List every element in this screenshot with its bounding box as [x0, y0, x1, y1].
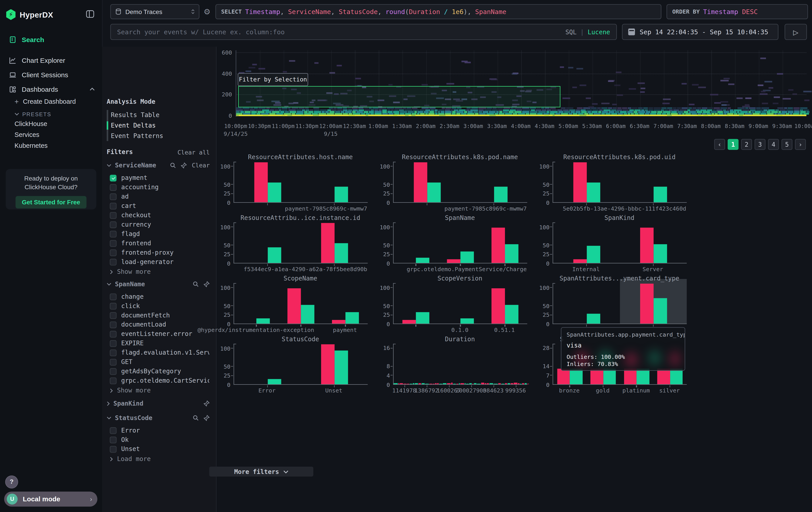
bar-outlier[interactable]: [624, 369, 637, 384]
checkbox-unchecked[interactable]: [110, 193, 117, 200]
filter-checkbox-item[interactable]: getAdsByCategory: [102, 367, 224, 376]
filter-checkbox-item[interactable]: click: [102, 301, 224, 311]
sql-toggle[interactable]: SQL: [566, 28, 577, 36]
sidebar-item-chart-explorer[interactable]: Chart Explorer: [0, 53, 102, 68]
checkbox-unchecked[interactable]: [110, 231, 117, 237]
bar-outlier[interactable]: [573, 162, 586, 202]
checkbox-unchecked[interactable]: [110, 446, 117, 452]
delta-chart-spanname[interactable]: SpanName10050250grpc.oteldemo.PaymentSer…: [374, 214, 530, 275]
filter-checkbox-item[interactable]: grpc.oteldemo.CartServic…: [102, 376, 224, 385]
bar-outlier[interactable]: [640, 284, 654, 323]
filter-checkbox-item[interactable]: checkout: [102, 211, 224, 220]
page-button-1[interactable]: 1: [728, 139, 738, 150]
more-filters-button[interactable]: More filters: [209, 466, 313, 476]
checkbox-unchecked[interactable]: [110, 330, 117, 337]
show-more-link[interactable]: Show more: [102, 268, 151, 276]
checkbox-checked[interactable]: [110, 174, 117, 181]
bar-inlier[interactable]: [653, 187, 667, 203]
bar-inlier[interactable]: [586, 246, 600, 263]
delta-chart-scopename[interactable]: ScopeName10050250@hyperdx/instrumentatio…: [215, 275, 371, 336]
local-mode-button[interactable]: U Local mode ›: [4, 491, 97, 507]
checkbox-unchecked[interactable]: [110, 212, 117, 219]
checkbox-unchecked[interactable]: [110, 340, 117, 347]
bar-outlier[interactable]: [590, 369, 603, 384]
bar-outlier[interactable]: [492, 289, 505, 323]
bar-inlier[interactable]: [267, 379, 281, 384]
filter-checkbox-item[interactable]: currency: [102, 220, 224, 229]
page-button-5[interactable]: 5: [782, 139, 792, 150]
checkbox-unchecked[interactable]: [110, 293, 117, 300]
checkbox-unchecked[interactable]: [110, 436, 117, 443]
sidebar-collapse-icon[interactable]: [85, 9, 95, 19]
create-dashboard-button[interactable]: +Create Dashboard: [0, 97, 102, 107]
bar-inlier[interactable]: [653, 298, 667, 324]
preset-clickhouse[interactable]: ClickHouse: [0, 119, 102, 129]
bar-inlier[interactable]: [653, 244, 667, 263]
bar-outlier[interactable]: [321, 223, 335, 263]
checkbox-unchecked[interactable]: [110, 302, 117, 309]
bar-outlier[interactable]: [321, 345, 335, 384]
page-next-button[interactable]: ›: [795, 139, 806, 150]
bar-outlier[interactable]: [288, 289, 301, 323]
bar-outlier[interactable]: [332, 320, 346, 323]
get-started-button[interactable]: Get Started for Free: [16, 196, 86, 208]
delta-chart-duration[interactable]: Duration16840114197813867921600267200027…: [374, 335, 530, 396]
checkbox-unchecked[interactable]: [110, 184, 117, 191]
search-input[interactable]: Search your events w/ Lucene ex. column:…: [110, 24, 617, 40]
search-icon[interactable]: [193, 415, 199, 421]
bar-inlier[interactable]: [416, 312, 429, 324]
bar-inlier[interactable]: [335, 187, 348, 203]
filter-group-header-servicename[interactable]: ServiceNameClear: [107, 162, 210, 169]
filter-checkbox-item[interactable]: accounting: [102, 183, 224, 192]
order-by-input[interactable]: ORDER BY Timestamp DESC: [667, 4, 808, 19]
bar-outlier[interactable]: [402, 320, 416, 323]
delta-chart-spankind[interactable]: SpanKind10050250InternalServer: [534, 214, 690, 275]
analysis-mode-results-table[interactable]: Results Table: [102, 110, 216, 120]
bar-inlier[interactable]: [670, 369, 683, 384]
preset-kubernetes[interactable]: Kubernetes: [0, 140, 102, 151]
sidebar-item-client-sessions[interactable]: Client Sessions: [0, 68, 102, 82]
sidebar-item-search[interactable]: Search: [0, 32, 102, 47]
bar-inlier[interactable]: [505, 305, 519, 323]
bar-inlier[interactable]: [461, 251, 474, 263]
app-logo[interactable]: ⚡ HyperDX: [6, 8, 53, 21]
bar-outlier[interactable]: [573, 259, 586, 263]
clear-all-link[interactable]: Clear all: [177, 149, 210, 156]
checkbox-unchecked[interactable]: [110, 359, 117, 365]
filter-checkbox-item[interactable]: Unset: [102, 444, 224, 454]
select-clause-input[interactable]: SELECT Timestamp, ServiceName, StatusCod…: [215, 4, 662, 19]
preset-services[interactable]: Services: [0, 130, 102, 140]
filter-checkbox-item[interactable]: change: [102, 292, 224, 301]
bar-inlier[interactable]: [586, 182, 600, 202]
run-query-button[interactable]: ▷: [785, 24, 807, 40]
filter-checkbox-item[interactable]: payment: [102, 173, 224, 183]
analysis-mode-event-patterns[interactable]: Event Patterns: [102, 131, 216, 141]
presets-header[interactable]: PRESETS: [0, 110, 102, 118]
checkbox-unchecked[interactable]: [110, 312, 117, 319]
clear-link[interactable]: Clear: [192, 162, 210, 169]
page-prev-button[interactable]: ‹: [714, 139, 725, 150]
checkbox-unchecked[interactable]: [110, 203, 117, 209]
checkbox-unchecked[interactable]: [110, 368, 117, 375]
bar-inlier[interactable]: [267, 182, 281, 202]
bar-inlier[interactable]: [461, 319, 474, 324]
delta-chart-spanattributes-yment-card-type[interactable]: SpanAttributes...yment.card_type10050250: [534, 275, 690, 336]
delta-chart-resourceattributes-k8s-pod-name[interactable]: ResourceAttributes.k8s.pod.name10050250p…: [374, 153, 530, 214]
page-button-4[interactable]: 4: [768, 139, 779, 150]
checkbox-unchecked[interactable]: [110, 377, 117, 384]
filter-checkbox-item[interactable]: GET: [102, 357, 224, 367]
pin-icon[interactable]: [203, 281, 210, 287]
bar-outlier[interactable]: [640, 228, 654, 263]
checkbox-unchecked[interactable]: [110, 240, 117, 246]
bar-inlier[interactable]: [505, 244, 519, 263]
filter-checkbox-item[interactable]: documentFetch: [102, 311, 224, 320]
delta-chart-resourceattributes-k8s-pod-uid[interactable]: ResourceAttributes.k8s.pod.uid100502505e…: [534, 153, 690, 214]
bar-inlier[interactable]: [346, 312, 359, 324]
pin-icon[interactable]: [181, 162, 187, 168]
filter-checkbox-item[interactable]: cart: [102, 201, 224, 211]
checkbox-unchecked[interactable]: [110, 259, 117, 265]
bar-outlier[interactable]: [254, 162, 268, 202]
filter-checkbox-item[interactable]: flagd: [102, 229, 224, 239]
filter-group-header-statuscode[interactable]: StatusCode: [107, 414, 210, 422]
filter-checkbox-item[interactable]: Error: [102, 426, 224, 435]
